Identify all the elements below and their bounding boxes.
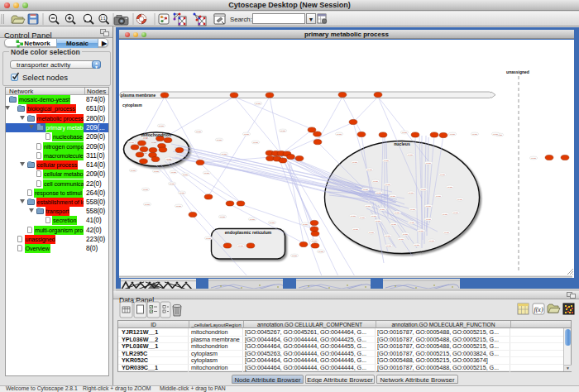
svg-text:[0:aa]: [0:aa]: [256, 103, 261, 105]
svg-text:[0:aa]: [0:aa]: [447, 186, 452, 189]
svg-text:[0:aa]: [0:aa]: [369, 232, 374, 234]
svg-text:[0:aa]: [0:aa]: [408, 154, 413, 156]
svg-text:[0:aa]: [0:aa]: [337, 133, 342, 136]
svg-text:[0:aa]: [0:aa]: [380, 208, 385, 211]
svg-text:[0:aa]: [0:aa]: [159, 125, 164, 127]
svg-text:[0:aa]: [0:aa]: [196, 131, 201, 133]
svg-text:[0:aa]: [0:aa]: [403, 233, 408, 236]
svg-text:[0:aa]: [0:aa]: [351, 215, 356, 218]
svg-text:[0:aa]: [0:aa]: [414, 244, 419, 246]
svg-text:[0:aa]: [0:aa]: [171, 171, 176, 174]
svg-text:[0:aa]: [0:aa]: [238, 245, 243, 247]
svg-text:[0:aa]: [0:aa]: [371, 215, 376, 218]
svg-text:[0:aa]: [0:aa]: [244, 133, 249, 136]
svg-text:[0:aa]: [0:aa]: [154, 170, 159, 173]
svg-text:[0:aa]: [0:aa]: [395, 212, 400, 214]
svg-text:[0:aa]: [0:aa]: [303, 223, 308, 226]
svg-text:[0:aa]: [0:aa]: [399, 238, 404, 241]
svg-text:[0:aa]: [0:aa]: [352, 161, 357, 164]
svg-text:[0:aa]: [0:aa]: [450, 133, 455, 136]
svg-text:[0:aa]: [0:aa]: [145, 203, 150, 206]
svg-text:[0:aa]: [0:aa]: [318, 251, 323, 253]
svg-text:[0:aa]: [0:aa]: [220, 216, 225, 218]
svg-text:[0:aa]: [0:aa]: [176, 205, 181, 208]
svg-text:[0:aa]: [0:aa]: [376, 192, 381, 194]
svg-text:[0:aa]: [0:aa]: [429, 240, 434, 242]
svg-text:[0:aa]: [0:aa]: [385, 184, 390, 186]
svg-text:[0:aa]: [0:aa]: [366, 205, 371, 208]
svg-text:[0:aa]: [0:aa]: [170, 183, 175, 185]
svg-text:[0:aa]: [0:aa]: [206, 237, 211, 240]
svg-text:[0:aa]: [0:aa]: [217, 139, 222, 141]
svg-text:cytoplasm: cytoplasm: [122, 103, 142, 108]
svg-text:[0:aa]: [0:aa]: [280, 130, 285, 132]
svg-text:[0:aa]: [0:aa]: [390, 195, 395, 198]
svg-text:[0:aa]: [0:aa]: [391, 223, 396, 226]
svg-text:[0:aa]: [0:aa]: [129, 141, 134, 144]
svg-text:[0:aa]: [0:aa]: [131, 170, 136, 172]
svg-text:mitochondrion: mitochondrion: [141, 132, 171, 137]
svg-text:[0:aa]: [0:aa]: [444, 232, 449, 234]
svg-text:[0:aa]: [0:aa]: [204, 172, 209, 174]
svg-text:[0:aa]: [0:aa]: [453, 212, 458, 214]
svg-text:[0:aa]: [0:aa]: [363, 189, 368, 191]
svg-text:[0:aa]: [0:aa]: [373, 180, 378, 183]
svg-text:nucleus: nucleus: [394, 141, 410, 146]
svg-text:endoplasmic reticulum: endoplasmic reticulum: [225, 230, 272, 235]
svg-text:[0:aa]: [0:aa]: [443, 213, 447, 216]
svg-text:[0:aa]: [0:aa]: [440, 174, 445, 176]
svg-text:unassigned: unassigned: [506, 69, 529, 74]
svg-text:[0:aa]: [0:aa]: [376, 220, 380, 222]
svg-text:[Y:0]: [Y:0]: [144, 137, 148, 140]
svg-text:[0:aa]: [0:aa]: [410, 208, 415, 211]
svg-text:[0:aa]: [0:aa]: [531, 157, 536, 160]
svg-text:[0:aa]: [0:aa]: [426, 205, 431, 208]
svg-text:[0:aa]: [0:aa]: [179, 192, 184, 194]
svg-text:[0:aa]: [0:aa]: [360, 217, 365, 219]
svg-text:[0:aa]: [0:aa]: [409, 222, 414, 224]
svg-text:[0:aa]: [0:aa]: [421, 189, 426, 191]
svg-text:[0:aa]: [0:aa]: [222, 153, 227, 155]
svg-text:[0:aa]: [0:aa]: [253, 141, 258, 144]
svg-text:[0:aa]: [0:aa]: [457, 198, 462, 201]
svg-text:[0:aa]: [0:aa]: [367, 169, 372, 171]
svg-text:1:1: 1:1: [100, 17, 106, 21]
svg-text:[0:aa]: [0:aa]: [386, 245, 391, 247]
svg-text:[0:aa]: [0:aa]: [385, 235, 390, 237]
svg-text:[0:aa]: [0:aa]: [472, 133, 477, 136]
svg-text:[0:aa]: [0:aa]: [402, 131, 407, 134]
svg-text:[Y:0]: [Y:0]: [168, 159, 172, 161]
svg-text:[0:aa]: [0:aa]: [250, 218, 255, 221]
svg-text:[0:aa]: [0:aa]: [436, 195, 441, 198]
svg-text:[0:aa]: [0:aa]: [384, 160, 389, 162]
svg-text:f(x): f(x): [534, 306, 543, 313]
svg-text:[0:aa]: [0:aa]: [292, 255, 297, 257]
svg-text:[0:aa]: [0:aa]: [426, 162, 431, 165]
svg-text:[0:aa]: [0:aa]: [183, 174, 188, 176]
svg-text:[0:aa]: [0:aa]: [409, 192, 414, 194]
svg-text:[0:aa]: [0:aa]: [493, 133, 498, 136]
svg-text:plasma membrane: plasma membrane: [121, 93, 156, 98]
svg-text:[Y:0]: [Y:0]: [152, 141, 156, 144]
svg-text:[0:aa]: [0:aa]: [419, 230, 423, 232]
svg-text:[0:aa]: [0:aa]: [353, 228, 358, 231]
svg-text:[0:aa]: [0:aa]: [143, 189, 148, 191]
svg-text:[0:aa]: [0:aa]: [426, 218, 431, 221]
svg-text:[0:aa]: [0:aa]: [270, 222, 275, 224]
svg-text:[0:aa]: [0:aa]: [312, 240, 317, 242]
